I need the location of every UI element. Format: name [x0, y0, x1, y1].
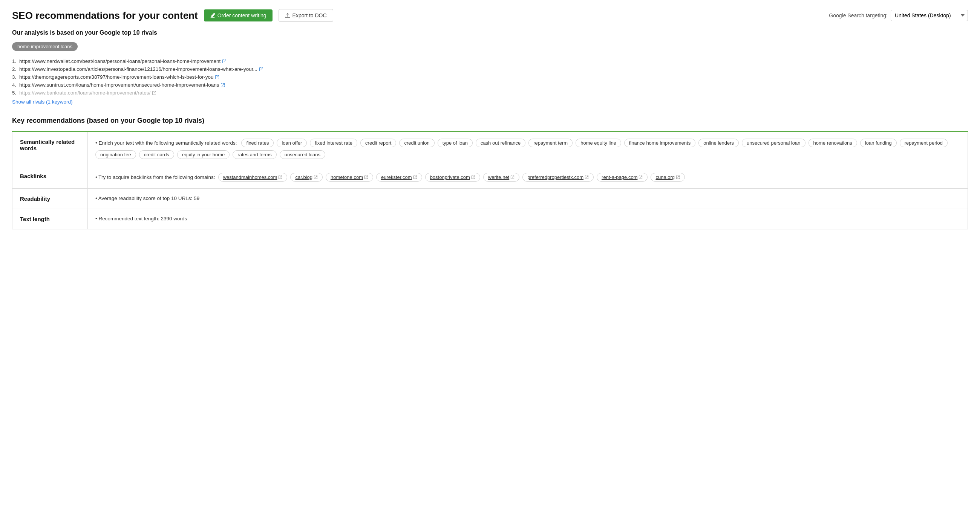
- show-all-rivals-link[interactable]: Show all rivals (1 keyword): [12, 99, 73, 105]
- tag-unsecured-loans: unsecured loans: [280, 150, 325, 159]
- external-link-icon-1: [222, 59, 226, 64]
- ext-icon: [585, 175, 589, 179]
- row-content-readability: • Average readability score of top 10 UR…: [88, 189, 968, 209]
- section-heading: Key recommendations (based on your Googl…: [12, 117, 968, 125]
- tag-fixed-rates: fixed rates: [241, 138, 274, 147]
- tag-loan-offer: loan offer: [277, 138, 307, 147]
- external-link-icon-2: [259, 67, 264, 71]
- external-link-icon-5: [152, 91, 156, 95]
- tag-unsecured-personal-loan: unsecured personal loan: [742, 138, 805, 147]
- tag-loan-funding: loan funding: [860, 138, 897, 147]
- tag-credit-union: credit union: [399, 138, 434, 147]
- tag-type-of-loan: type of loan: [438, 138, 473, 147]
- tag-rates-and-terms: rates and terms: [232, 150, 276, 159]
- row-label-semantic: Semantically related words: [13, 132, 88, 166]
- row-label-backlinks: Backlinks: [13, 166, 88, 189]
- rivals-list: 1. https://www.nerdwallet.com/best/loans…: [12, 59, 968, 96]
- tag-online-lenders: online lenders: [698, 138, 739, 147]
- tags-container-backlinks: • Try to acquire backlinks from the foll…: [95, 173, 960, 181]
- external-link-icon-3: [215, 75, 220, 79]
- table-row-textlength: Text length • Recommended text length: 2…: [13, 209, 968, 229]
- tag-credit-cards: credit cards: [139, 150, 174, 159]
- domain-cuna[interactable]: cuna.org: [651, 173, 685, 181]
- export-doc-button[interactable]: Export to DOC: [278, 9, 333, 22]
- upload-icon: [285, 13, 290, 18]
- ext-icon: [278, 175, 282, 179]
- table-row-backlinks: Backlinks • Try to acquire backlinks fro…: [13, 166, 968, 189]
- row-content-backlinks: • Try to acquire backlinks from the foll…: [88, 166, 968, 189]
- semantic-intro: • Enrich your text with the following se…: [95, 140, 237, 146]
- tag-equity-in-your-home: equity in your home: [177, 150, 229, 159]
- table-row-semantic: Semantically related words • Enrich your…: [13, 132, 968, 166]
- rival-link-5[interactable]: https://www.bankrate.com/loans/home-impr…: [19, 90, 150, 96]
- backlinks-intro: • Try to acquire backlinks from the foll…: [95, 175, 215, 180]
- domain-car-blog[interactable]: car.blog: [290, 173, 323, 181]
- rival-link-2[interactable]: https://www.investopedia.com/articles/pe…: [19, 66, 258, 72]
- rival-link-1[interactable]: https://www.nerdwallet.com/best/loans/pe…: [19, 59, 221, 64]
- external-link-icon-4: [221, 83, 225, 87]
- tag-home-renovations: home renovations: [808, 138, 857, 147]
- rival-item-5: 5. https://www.bankrate.com/loans/home-i…: [12, 90, 968, 96]
- domain-bostonprivate[interactable]: bostonprivate.com: [425, 173, 480, 181]
- ext-icon: [638, 175, 643, 179]
- page-title: SEO recommendations for your content: [12, 10, 198, 21]
- tag-credit-report: credit report: [360, 138, 396, 147]
- row-label-textlength: Text length: [13, 209, 88, 229]
- ext-icon: [413, 175, 417, 179]
- tag-home-equity-line: home equity line: [576, 138, 621, 147]
- row-label-readability: Readability: [13, 189, 88, 209]
- domain-rent-a-page[interactable]: rent-a-page.com: [597, 173, 648, 181]
- tag-finance-home-improvements: finance home improvements: [624, 138, 695, 147]
- rival-item-3: 3. https://themortgagereports.com/38797/…: [12, 74, 968, 80]
- readability-text: • Average readability score of top 10 UR…: [95, 195, 199, 201]
- tag-repayment-term: repayment term: [528, 138, 573, 147]
- header: SEO recommendations for your content Ord…: [12, 9, 968, 22]
- tag-origination-fee: origination fee: [95, 150, 136, 159]
- rival-item-4: 4. https://www.suntrust.com/loans/home-i…: [12, 82, 968, 88]
- domain-preferredpropertiestx[interactable]: preferredpropertiestx.com: [522, 173, 593, 181]
- tag-repayment-period: repayment period: [900, 138, 948, 147]
- tag-cash-out-refinance: cash out refinance: [476, 138, 525, 147]
- rival-item-2: 2. https://www.investopedia.com/articles…: [12, 66, 968, 72]
- rival-link-4[interactable]: https://www.suntrust.com/loans/home-impr…: [19, 82, 219, 88]
- ext-icon: [676, 175, 680, 179]
- tag-fixed-interest-rate: fixed interest rate: [310, 138, 357, 147]
- targeting-section: Google Search targeting: United States (…: [829, 10, 968, 21]
- ext-icon: [471, 175, 475, 179]
- row-content-semantic: • Enrich your text with the following se…: [88, 132, 968, 166]
- pencil-icon: [210, 13, 215, 18]
- targeting-label: Google Search targeting:: [829, 13, 888, 19]
- targeting-select[interactable]: United States (Desktop) United Kingdom (…: [891, 10, 968, 21]
- ext-icon: [511, 175, 514, 179]
- tags-container-semantic: • Enrich your text with the following se…: [95, 138, 960, 159]
- domain-eurekster[interactable]: eurekster.com: [376, 173, 422, 181]
- rival-item-1: 1. https://www.nerdwallet.com/best/loans…: [12, 59, 968, 64]
- analysis-subtitle: Our analysis is based on your Google top…: [12, 29, 968, 36]
- ext-icon: [313, 175, 318, 179]
- ext-icon: [364, 175, 368, 179]
- domain-werite[interactable]: werite.net: [483, 173, 519, 181]
- rival-link-3[interactable]: https://themortgagereports.com/38797/hom…: [19, 74, 213, 80]
- table-row-readability: Readability • Average readability score …: [13, 189, 968, 209]
- row-content-textlength: • Recommended text length: 2390 words: [88, 209, 968, 229]
- keyword-pill: home improvement loans: [12, 42, 78, 51]
- recommendations-table: Semantically related words • Enrich your…: [12, 131, 968, 229]
- domain-hometone[interactable]: hometone.com: [326, 173, 373, 181]
- order-content-button[interactable]: Order content writing: [204, 10, 272, 21]
- textlength-text: • Recommended text length: 2390 words: [95, 216, 187, 221]
- domain-westandmainhomes[interactable]: westandmainhomes.com: [218, 173, 288, 181]
